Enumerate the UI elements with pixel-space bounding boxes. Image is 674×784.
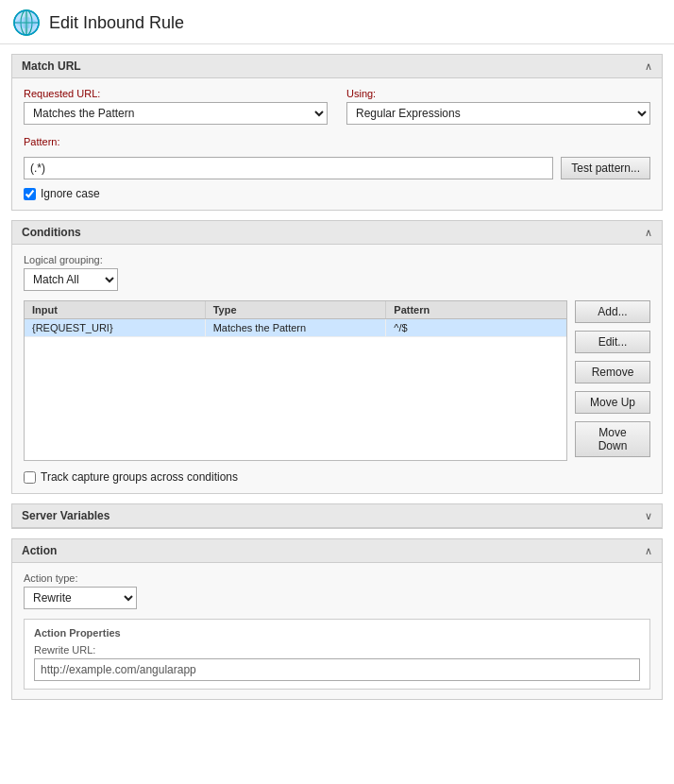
match-url-section: Match URL ∧ Requested URL: Matches the P… (11, 54, 663, 211)
conditions-chevron: ∧ (645, 227, 652, 239)
action-section-header[interactable]: Action ∧ (12, 539, 662, 563)
test-pattern-button[interactable]: Test pattern... (561, 157, 650, 179)
pattern-label: Pattern: (24, 136, 650, 147)
action-properties-box: Action Properties Rewrite URL: (24, 619, 650, 690)
logical-grouping-select[interactable]: Match All Match Any (24, 268, 118, 291)
match-url-section-header[interactable]: Match URL ∧ (12, 55, 662, 78)
rewrite-url-input[interactable] (34, 658, 640, 681)
server-variables-header[interactable]: Server Variables ∨ (12, 504, 662, 528)
side-buttons: Add... Edit... Remove Move Up Move Down (575, 300, 650, 461)
cell-type: Matches the Pattern (206, 319, 387, 336)
server-variables-title: Server Variables (22, 509, 110, 522)
conditions-section: Conditions ∧ Logical grouping: Match All… (11, 220, 663, 494)
pattern-field: Pattern: Test pattern... (24, 136, 650, 179)
ignore-case-label: Ignore case (41, 187, 100, 200)
match-url-body: Requested URL: Matches the Pattern Does … (12, 78, 662, 210)
server-variables-section: Server Variables ∨ (11, 503, 663, 529)
track-capture-row: Track capture groups across conditions (24, 470, 650, 484)
using-select[interactable]: Regular Expressions Wildcards Exact Matc… (346, 102, 650, 125)
logical-grouping-label: Logical grouping: (24, 254, 650, 265)
action-type-select[interactable]: Rewrite Redirect Custom Response AbortRe… (24, 587, 137, 609)
action-type-row: Action type: Rewrite Redirect Custom Res… (24, 572, 650, 609)
server-variables-chevron: ∨ (645, 510, 652, 522)
requested-url-col: Requested URL: Matches the Pattern Does … (24, 88, 328, 125)
action-body: Action type: Rewrite Redirect Custom Res… (12, 563, 662, 699)
edit-button[interactable]: Edit... (575, 331, 650, 353)
action-title: Action (22, 544, 57, 557)
col-type: Type (206, 301, 387, 318)
pattern-input[interactable] (24, 157, 553, 179)
match-url-title: Match URL (22, 60, 81, 73)
using-label: Using: (346, 88, 650, 99)
conditions-body: Logical grouping: Match All Match Any In… (12, 245, 662, 493)
conditions-section-header[interactable]: Conditions ∧ (12, 221, 662, 245)
globe-icon (13, 9, 40, 36)
table-row[interactable]: {REQUEST_URI} Matches the Pattern ^/$ (25, 319, 566, 337)
col-pattern: Pattern (386, 301, 566, 318)
conditions-title: Conditions (22, 226, 81, 239)
move-up-button[interactable]: Move Up (575, 391, 650, 414)
remove-button[interactable]: Remove (575, 361, 650, 383)
ignore-case-checkbox[interactable] (24, 188, 36, 200)
action-type-label: Action type: (24, 572, 650, 584)
add-button[interactable]: Add... (575, 300, 650, 323)
track-capture-checkbox[interactable] (24, 471, 36, 484)
requested-url-label: Requested URL: (24, 88, 328, 99)
page-title: Edit Inbound Rule (49, 13, 184, 33)
rewrite-url-label: Rewrite URL: (34, 644, 640, 656)
conditions-table: Input Type Pattern {REQUEST_URI} Matches… (24, 300, 567, 461)
using-col: Using: Regular Expressions Wildcards Exa… (346, 88, 650, 125)
ignore-case-row: Ignore case (24, 187, 650, 200)
track-capture-label: Track capture groups across conditions (41, 470, 238, 484)
match-url-chevron: ∧ (645, 60, 652, 73)
action-chevron: ∧ (645, 545, 652, 557)
requested-url-select[interactable]: Matches the Pattern Does Not Match the P… (24, 102, 328, 125)
logical-grouping-row: Logical grouping: Match All Match Any (24, 254, 650, 291)
page-header: Edit Inbound Rule (0, 0, 674, 44)
col-input: Input (25, 301, 206, 318)
action-section: Action ∧ Action type: Rewrite Redirect C… (11, 538, 663, 700)
table-header: Input Type Pattern (25, 301, 566, 319)
cell-input: {REQUEST_URI} (25, 319, 206, 336)
cell-pattern: ^/$ (386, 319, 566, 336)
action-properties-title: Action Properties (34, 627, 640, 639)
conditions-table-wrap: Input Type Pattern {REQUEST_URI} Matches… (24, 300, 650, 461)
move-down-button[interactable]: Move Down (575, 421, 650, 457)
